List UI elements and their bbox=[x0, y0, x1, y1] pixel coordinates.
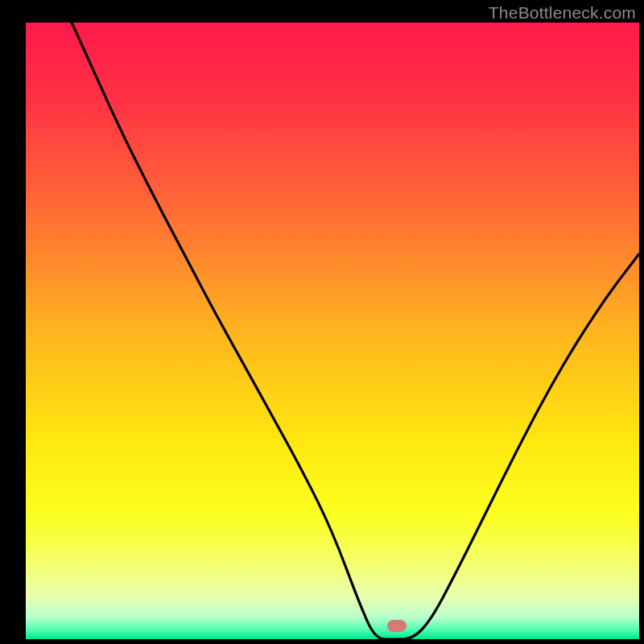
chart-frame: TheBottleneck.com bbox=[0, 0, 644, 644]
bottleneck-curve bbox=[26, 23, 639, 639]
plot-area bbox=[26, 23, 639, 639]
optimum-marker bbox=[387, 620, 407, 632]
watermark-label: TheBottleneck.com bbox=[489, 3, 636, 23]
